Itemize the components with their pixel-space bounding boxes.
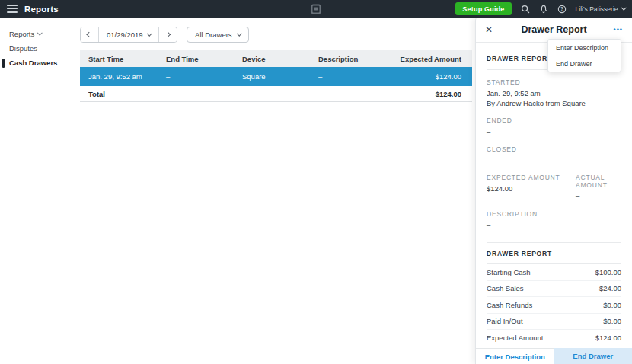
search-icon[interactable] [521, 5, 530, 14]
square-dashboard-screen: Reports Setup Guide ? Lili's Patisserie [0, 0, 632, 364]
table-total-row: Total $124.00 [80, 86, 472, 102]
line-item-label: Expected Amount [487, 334, 543, 342]
field-label: CLOSED [487, 145, 621, 153]
cell-description: – [310, 72, 385, 81]
hamburger-menu-icon[interactable] [7, 5, 18, 13]
field-subvalue: By Andrew Hacko from Square [487, 99, 621, 109]
line-item-label: Starting Cash [487, 268, 531, 276]
line-item: Cash Refunds $0.00 [487, 297, 621, 314]
actual-amount-field: ACTUAL AMOUNT – [576, 174, 621, 202]
field-value: – [487, 221, 621, 231]
enter-description-button[interactable]: Enter Description [476, 348, 554, 364]
total-amount: $124.00 [385, 90, 472, 98]
help-icon[interactable]: ? [557, 5, 567, 14]
sidebar-item-reports[interactable]: Reports [0, 27, 80, 41]
date-value: 01/29/2019 [107, 30, 143, 39]
top-bar: Reports Setup Guide ? Lili's Patisserie [0, 0, 632, 18]
sidebar-item-disputes[interactable]: Disputes [0, 41, 80, 56]
field-label: ACTUAL AMOUNT [576, 174, 621, 189]
cell-start-time: Jan. 29, 9:52 am [80, 72, 158, 81]
line-item: Cash Sales $24.00 [487, 281, 621, 298]
square-logo-icon [311, 4, 321, 14]
menu-item-end-drawer[interactable]: End Drawer [548, 56, 621, 72]
cell-end-time: – [158, 72, 234, 81]
cell-expected-amount: $124.00 [385, 72, 472, 81]
panel-footer: Enter Description End Drawer [476, 348, 632, 364]
line-item: Expected Amount $124.00 [487, 330, 621, 346]
description-field: DESCRIPTION – [487, 210, 621, 231]
field-value: $124.00 [487, 184, 576, 194]
total-label: Total [80, 90, 158, 98]
field-value: – [487, 156, 621, 166]
column-header: End Time [158, 55, 234, 63]
line-item-value: $0.00 [603, 301, 621, 309]
field-value: Jan. 29, 9:52 am [487, 89, 621, 99]
ended-field: ENDED – [487, 117, 621, 137]
page-title: Reports [24, 5, 59, 14]
closed-field: CLOSED – [487, 145, 621, 166]
line-item: Paid In/Out $0.00 [487, 314, 621, 330]
merchant-name: Lili's Patisserie [576, 5, 618, 13]
panel-title: Drawer Report [476, 24, 632, 35]
active-indicator [2, 59, 5, 68]
column-header: Expected Amount [385, 55, 472, 63]
main-content: 01/29/2019 All Drawers Start Time End Ti… [80, 18, 475, 364]
field-label: STARTED [487, 78, 621, 86]
close-icon[interactable]: ✕ [485, 25, 493, 34]
field-value: – [576, 192, 621, 202]
chevron-down-icon [237, 31, 241, 36]
date-picker-button[interactable]: 01/29/2019 [98, 27, 159, 42]
drawer-filter-value: All Drawers [195, 30, 232, 39]
table-header-row: Start Time End Time Device Description E… [80, 50, 472, 67]
line-item-value: $124.00 [595, 334, 621, 342]
notifications-bell-icon[interactable] [539, 5, 548, 14]
amounts-row: EXPECTED AMOUNT $124.00 ACTUAL AMOUNT – [487, 174, 621, 202]
section-divider [487, 242, 621, 243]
line-item-label: Cash Sales [487, 284, 524, 292]
started-field: STARTED Jan. 29, 9:52 am By Andrew Hacko… [487, 78, 621, 108]
cash-drawers-table: Start Time End Time Device Description E… [80, 50, 472, 102]
field-label: ENDED [487, 117, 621, 124]
cell-device: Square [234, 72, 310, 81]
next-date-button[interactable] [159, 27, 177, 42]
drawer-filter-dropdown[interactable]: All Drawers [187, 27, 249, 43]
previous-date-button[interactable] [81, 27, 98, 42]
field-value: – [487, 127, 621, 137]
line-item: Starting Cash $100.00 [487, 264, 621, 281]
more-options-menu: Enter Description End Drawer [547, 39, 621, 72]
line-item-label: Paid In/Out [487, 317, 523, 325]
sidebar: Reports Disputes Cash Drawers [0, 18, 80, 364]
filters-toolbar: 01/29/2019 All Drawers [80, 27, 475, 43]
field-label: EXPECTED AMOUNT [487, 174, 576, 181]
svg-text:?: ? [560, 6, 563, 11]
chevron-down-icon [147, 31, 152, 36]
panel-body: DRAWER REPORT STARTED Jan. 29, 9:52 am B… [476, 55, 632, 362]
column-header: Start Time [80, 55, 158, 63]
sidebar-item-label: Cash Drawers [9, 59, 57, 67]
line-item-value: $100.00 [595, 268, 621, 276]
more-options-icon[interactable]: ••• [614, 26, 623, 34]
end-drawer-button[interactable]: End Drawer [554, 348, 632, 364]
line-item-value: $24.00 [599, 284, 621, 292]
merchant-account-menu[interactable]: Lili's Patisserie [576, 5, 625, 13]
expected-amount-field: EXPECTED AMOUNT $124.00 [487, 174, 576, 202]
date-navigator: 01/29/2019 [80, 27, 177, 43]
section-title: DRAWER REPORT [487, 250, 621, 264]
line-item-value: $0.00 [603, 317, 621, 325]
line-item-label: Cash Refunds [487, 301, 532, 309]
chevron-down-icon [37, 30, 42, 35]
table-row-selected[interactable]: Jan. 29, 9:52 am – Square – $124.00 [80, 67, 472, 86]
column-header: Description [310, 55, 385, 63]
sidebar-item-label: Disputes [9, 44, 37, 53]
column-header: Device [234, 55, 310, 63]
chevron-down-icon [621, 5, 626, 10]
sidebar-item-label: Reports [9, 30, 34, 38]
setup-guide-button[interactable]: Setup Guide [455, 2, 511, 15]
field-label: DESCRIPTION [487, 210, 621, 218]
sidebar-item-cash-drawers[interactable]: Cash Drawers [0, 56, 80, 70]
menu-item-enter-description[interactable]: Enter Description [548, 40, 621, 56]
